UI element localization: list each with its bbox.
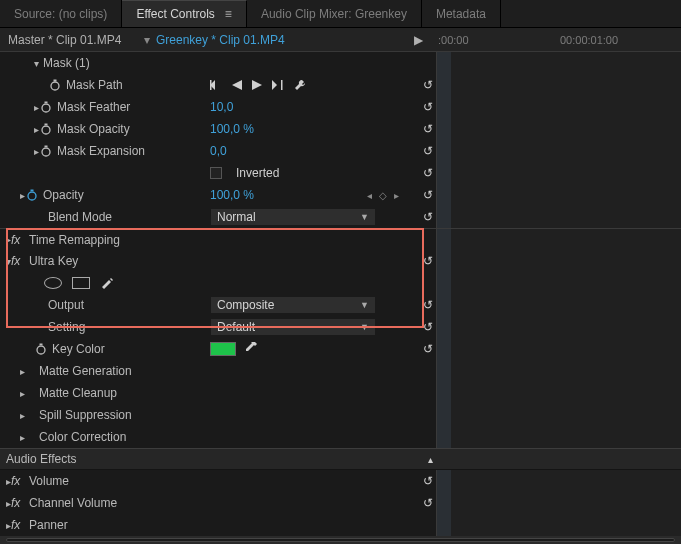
matte-generation-row[interactable]: ▸ Matte Generation [0,360,681,382]
opacity-row: ▸ Opacity 100,0 % ◂ ◇ ▸ ↺ [0,184,681,206]
volume-row[interactable]: ▸ fx Volume ↺ [0,470,681,492]
setting-label: Setting [48,320,85,334]
volume-label: Volume [29,474,69,488]
mask-inverted-row: Inverted ↺ [0,162,681,184]
output-row: Output Composite▼ ↺ [0,294,681,316]
twisty-icon[interactable]: ▸ [20,388,25,399]
setting-select[interactable]: Default▼ [210,318,376,336]
source-clip-link[interactable]: Greenkey * Clip 01.MP4 [156,33,285,47]
svg-rect-1 [54,80,57,82]
keyframe-nav[interactable]: ◂ ◇ ▸ [367,190,401,201]
master-clip-label: Master * Clip 01.MP4 [0,33,130,47]
ultra-key-label: Ultra Key [29,254,78,268]
ellipse-mask-icon[interactable] [44,277,62,289]
channel-volume-label: Channel Volume [29,496,117,510]
collapse-up-icon[interactable]: ▴ [428,454,433,465]
play-icon[interactable]: ▶ [414,33,423,47]
stopwatch-icon[interactable] [34,342,48,356]
key-color-label: Key Color [52,342,105,356]
mask-opacity-value[interactable]: 100,0 % [210,122,254,136]
twisty-open-icon[interactable]: ▾ [34,58,39,69]
key-color-swatch[interactable] [210,342,236,356]
mask-feather-row: ▸ Mask Feather 10,0 ↺ [0,96,681,118]
fx-icon: fx [11,518,25,532]
channel-volume-row[interactable]: ▸ fx Channel Volume ↺ [0,492,681,514]
blend-mode-row: Blend Mode Normal▼ ↺ [0,206,681,228]
zoom-scrollbar[interactable] [0,536,681,544]
twisty-icon[interactable]: ▸ [20,410,25,421]
timeline-ruler[interactable]: :00:00 00:00:01:00 [436,28,681,52]
output-select[interactable]: Composite▼ [210,296,376,314]
stopwatch-icon[interactable] [39,144,53,158]
matte-generation-label: Matte Generation [39,364,132,378]
reset-icon[interactable]: ↺ [423,298,433,312]
chevron-down-icon[interactable]: ▾ [144,33,150,47]
reset-icon[interactable]: ↺ [423,320,433,334]
reset-icon[interactable]: ↺ [423,188,433,202]
clip-header: Master * Clip 01.MP4 ▾ Greenkey * Clip 0… [0,28,681,52]
reset-icon[interactable]: ↺ [423,254,433,268]
color-correction-row[interactable]: ▸ Color Correction [0,426,681,448]
reset-icon[interactable]: ↺ [423,166,433,180]
fx-icon: fx [11,233,25,247]
panner-row[interactable]: ▸ fx Panner [0,514,681,536]
panner-label: Panner [29,518,68,532]
play-reverse-icon[interactable] [232,80,242,90]
spill-suppression-row[interactable]: ▸ Spill Suppression [0,404,681,426]
mask-feather-label: Mask Feather [57,100,130,114]
mask-feather-value[interactable]: 10,0 [210,100,233,114]
inverted-checkbox[interactable] [210,167,222,179]
stopwatch-active-icon[interactable] [25,188,39,202]
stopwatch-icon[interactable] [48,78,62,92]
key-color-row: Key Color ↺ [0,338,681,360]
audio-effects-header[interactable]: Audio Effects ▴ [0,448,681,470]
reset-icon[interactable]: ↺ [423,474,433,488]
rectangle-mask-icon[interactable] [72,277,90,289]
matte-cleanup-row[interactable]: ▸ Matte Cleanup [0,382,681,404]
svg-point-5 [42,104,50,112]
tab-metadata[interactable]: Metadata [422,0,501,27]
mask-opacity-row: ▸ Mask Opacity 100,0 % ↺ [0,118,681,140]
reset-icon[interactable]: ↺ [423,122,433,136]
time-remapping-row[interactable]: ▸ fx Time Remapping [0,228,681,250]
mask-expansion-value[interactable]: 0,0 [210,144,227,158]
panel-menu-icon[interactable]: ≡ [225,7,232,21]
twisty-icon[interactable]: ▸ [20,432,25,443]
twisty-icon[interactable]: ▸ [20,366,25,377]
reset-icon[interactable]: ↺ [423,342,433,356]
inverted-label: Inverted [236,166,279,180]
ultra-key-row[interactable]: ▾ fx Ultra Key ↺ [0,250,681,272]
play-forward-icon[interactable] [252,80,262,90]
reset-icon[interactable]: ↺ [423,144,433,158]
opacity-value[interactable]: 100,0 % [210,188,254,202]
matte-cleanup-label: Matte Cleanup [39,386,117,400]
tab-source[interactable]: Source: (no clips) [0,0,122,27]
prev-keyframe-icon[interactable] [210,80,222,90]
mask-expansion-label: Mask Expansion [57,144,145,158]
pen-mask-icon[interactable] [100,275,114,292]
reset-icon[interactable]: ↺ [423,100,433,114]
tab-effect-controls[interactable]: Effect Controls ≡ [122,0,247,27]
svg-point-0 [51,82,59,90]
time-remapping-label: Time Remapping [29,233,120,247]
fx-icon: fx [11,496,25,510]
blend-mode-label: Blend Mode [48,210,112,224]
eyedropper-icon[interactable] [244,341,258,358]
svg-rect-4 [281,80,283,90]
reset-icon[interactable]: ↺ [423,496,433,510]
wrench-icon[interactable] [294,79,306,91]
timecode-mark: 00:00:01:00 [560,34,618,46]
svg-rect-14 [40,344,43,346]
reset-icon[interactable]: ↺ [423,78,433,92]
next-keyframe-icon[interactable] [272,80,284,90]
reset-icon[interactable]: ↺ [423,210,433,224]
mask-section[interactable]: ▾ Mask (1) [0,52,681,74]
tab-audio-mixer[interactable]: Audio Clip Mixer: Greenkey [247,0,422,27]
stopwatch-icon[interactable] [39,122,53,136]
stopwatch-icon[interactable] [39,100,53,114]
setting-row: Setting Default▼ ↺ [0,316,681,338]
svg-rect-8 [45,124,48,126]
color-correction-label: Color Correction [39,430,126,444]
timecode-start: :00:00 [438,34,469,46]
blend-mode-select[interactable]: Normal▼ [210,208,376,226]
